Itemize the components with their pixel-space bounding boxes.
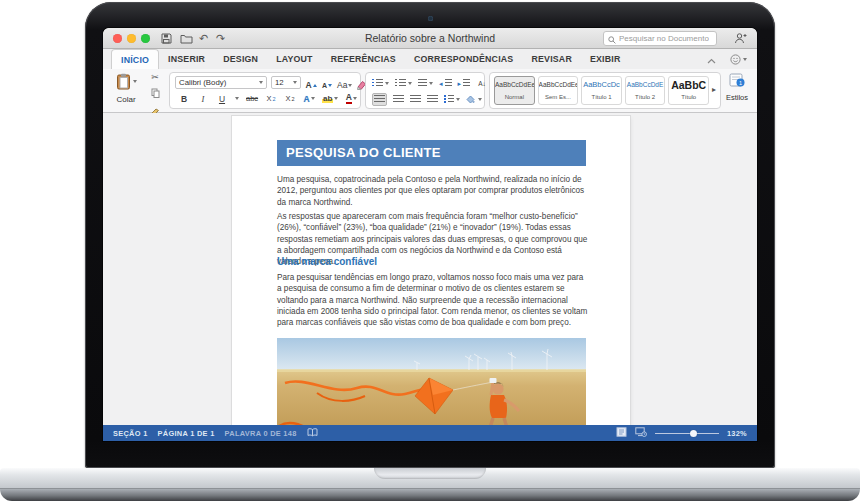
- save-icon[interactable]: [161, 31, 172, 46]
- bullet-list-icon[interactable]: [372, 79, 389, 88]
- subscript-button[interactable]: X2: [265, 92, 277, 105]
- style-sem-espacamento[interactable]: AaBbCcDdEe Sem Es...: [538, 76, 579, 105]
- paste-label: Colar: [109, 95, 143, 104]
- title-bar: ↶ ↷ Relatório sobre a Northwind Pesquisa…: [103, 28, 757, 49]
- zoom-window-button[interactable]: [141, 34, 150, 43]
- shading-bucket-icon[interactable]: [466, 95, 482, 104]
- style-titulo-1[interactable]: AaBbCcDc Título 1: [581, 76, 622, 105]
- styles-pane-label: Estilos: [722, 93, 752, 102]
- paragraph-3: Para pesquisar tendências em longo prazo…: [277, 272, 588, 329]
- font-color-button[interactable]: A: [345, 92, 357, 105]
- tab-design[interactable]: DESIGN: [214, 49, 267, 69]
- status-word-count[interactable]: PALAVRA 0 DE 148: [225, 429, 297, 438]
- document-heading-banner: PESQUISA DO CLIENTE: [277, 140, 586, 166]
- laptop-lid-notch: [374, 468, 486, 479]
- close-window-button[interactable]: [113, 34, 122, 43]
- word-window: ↶ ↷ Relatório sobre a Northwind Pesquisa…: [103, 28, 757, 441]
- copy-icon[interactable]: [151, 84, 160, 102]
- font-size-select[interactable]: 12: [271, 76, 301, 89]
- style-titulo[interactable]: AaBbC Título: [668, 76, 709, 105]
- multilevel-list-icon[interactable]: [418, 79, 433, 88]
- document-title: Relatório sobre a Northwind: [303, 28, 557, 49]
- webcam-dot: [428, 16, 433, 21]
- status-bar: SEÇÃO 1 PÁGINA 1 DE 1 PALAVRA 0 DE 148 1…: [103, 425, 757, 441]
- shrink-font-button[interactable]: A: [321, 79, 333, 92]
- cut-scissors-icon[interactable]: ✂: [151, 72, 159, 83]
- status-section[interactable]: SEÇÃO 1: [113, 429, 148, 438]
- underline-dropdown-arrow[interactable]: [235, 97, 239, 100]
- collapse-ribbon-icon[interactable]: [707, 50, 716, 68]
- status-page[interactable]: PÁGINA 1 DE 1: [158, 429, 215, 438]
- tab-layout[interactable]: LAYOUT: [267, 49, 322, 69]
- styles-gallery: AaBbCcDdEe Normal AaBbCcDdEe Sem Es... A…: [489, 72, 721, 109]
- font-group: Calibri (Body) 12 A A Aa B I U: [169, 72, 361, 109]
- search-icon: [608, 30, 616, 48]
- minimize-window-button[interactable]: [127, 34, 136, 43]
- align-center-icon[interactable]: [393, 95, 404, 104]
- change-case-button[interactable]: Aa: [337, 79, 352, 92]
- print-layout-view-icon[interactable]: [616, 427, 627, 439]
- align-right-icon[interactable]: [410, 95, 421, 104]
- redo-icon[interactable]: ↷: [216, 31, 225, 46]
- underline-button[interactable]: U: [216, 92, 228, 105]
- text-effects-button[interactable]: A: [303, 92, 315, 105]
- laptop-base-edge: [0, 489, 860, 501]
- feedback-smiley-icon[interactable]: [730, 54, 747, 65]
- ribbon-tab-bar: INÍCIO INSERIR DESIGN LAYOUT REFERÊNCIAS…: [103, 49, 757, 69]
- paragraph-group: ◂ ▸ A↓ ¶ ⊞: [365, 72, 485, 109]
- macbook-mockup: ↶ ↷ Relatório sobre a Northwind Pesquisa…: [0, 0, 860, 503]
- tab-correspondencias[interactable]: CORRESPONDÊNCIAS: [405, 49, 523, 69]
- undo-icon[interactable]: ↶: [199, 31, 208, 46]
- document-page[interactable]: PESQUISA DO CLIENTE Uma pesquisa, copatr…: [232, 116, 630, 425]
- strikethrough-button[interactable]: abc: [246, 92, 258, 105]
- styles-pane-icon: 1: [729, 73, 745, 90]
- numbered-list-icon[interactable]: [395, 79, 412, 88]
- bold-button[interactable]: B: [178, 92, 190, 105]
- font-name-select[interactable]: Calibri (Body): [175, 76, 267, 89]
- justify-icon[interactable]: [427, 95, 438, 104]
- focus-view-icon[interactable]: [635, 427, 647, 439]
- tab-referencias[interactable]: REFERÊNCIAS: [322, 49, 405, 69]
- zoom-slider-thumb[interactable]: [690, 430, 697, 437]
- tab-inicio[interactable]: INÍCIO: [111, 49, 159, 70]
- document-area[interactable]: PESQUISA DO CLIENTE Uma pesquisa, copatr…: [103, 113, 757, 425]
- tab-inserir[interactable]: INSERIR: [159, 49, 214, 69]
- highlight-button[interactable]: ab: [322, 92, 338, 105]
- style-normal[interactable]: AaBbCcDdEe Normal: [494, 76, 535, 105]
- grow-font-button[interactable]: A: [305, 79, 317, 92]
- align-left-icon[interactable]: [372, 93, 387, 106]
- decrease-indent-icon[interactable]: ◂: [439, 79, 452, 88]
- gallery-more-arrow[interactable]: ▸: [712, 85, 716, 94]
- zoom-percentage[interactable]: 132%: [727, 429, 747, 438]
- photo-sky: [277, 338, 586, 372]
- share-person-add-icon[interactable]: [734, 31, 747, 49]
- increase-indent-icon[interactable]: ▸: [458, 79, 471, 88]
- superscript-button[interactable]: X2: [284, 92, 296, 105]
- ribbon: Colar ✂ Calibri (Body) 12: [103, 69, 757, 113]
- document-photo: [277, 338, 586, 425]
- section-heading-2: Uma marca confiável: [277, 256, 377, 267]
- paste-button[interactable]: Colar: [109, 73, 143, 104]
- zoom-slider[interactable]: [655, 429, 719, 437]
- style-titulo-2[interactable]: AaBbCcDdE Título 2: [625, 76, 666, 105]
- zoom-slider-track: [655, 433, 719, 434]
- paragraph-1: Uma pesquisa, copatrocinada pela Contoso…: [277, 174, 588, 208]
- tab-revisar[interactable]: REVISAR: [522, 49, 581, 69]
- sort-icon[interactable]: A↓: [476, 77, 488, 90]
- styles-pane-button[interactable]: 1 Estilos: [722, 73, 752, 102]
- search-placeholder: Pesquisar no Documento: [619, 34, 709, 43]
- tab-exibir[interactable]: EXIBIR: [581, 49, 630, 69]
- search-input[interactable]: Pesquisar no Documento: [603, 31, 717, 46]
- clipboard-icon: [116, 73, 131, 94]
- svg-text:1: 1: [739, 80, 742, 86]
- line-spacing-icon[interactable]: [444, 95, 460, 104]
- open-folder-icon[interactable]: [180, 31, 193, 46]
- proofing-book-icon[interactable]: [307, 428, 318, 439]
- italic-button[interactable]: I: [197, 92, 209, 105]
